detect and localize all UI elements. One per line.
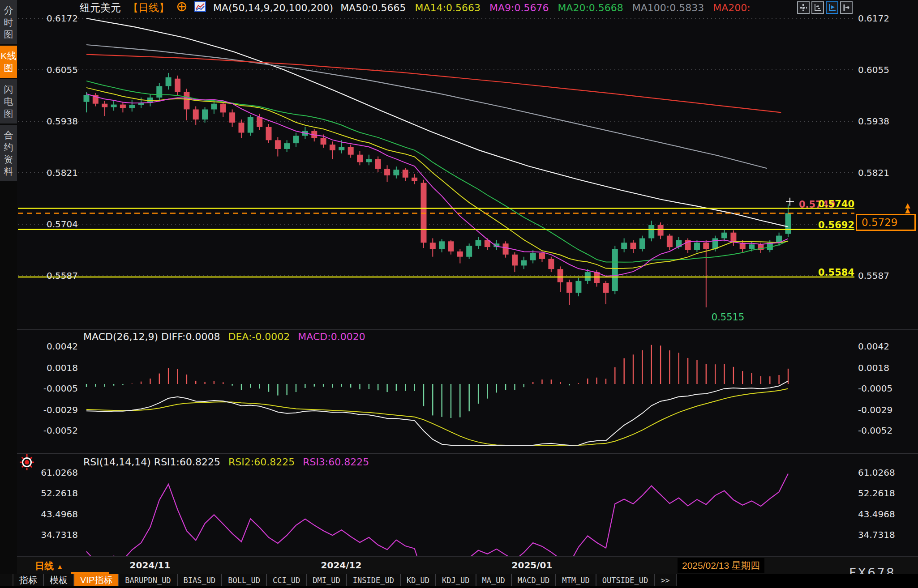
tab-macd_ud[interactable]: MACD_UD (512, 574, 557, 586)
date-tick-0: 2024/11 (130, 560, 171, 571)
chevron-up-icon: ▲ (56, 563, 64, 571)
main-axis-left-3: 0.5821 (17, 167, 78, 178)
macd-axis-left-3: -0.0029 (17, 405, 78, 415)
rsi-header-part-2: RSI3:60.8225 (303, 456, 369, 468)
shift-bar-icon[interactable] (840, 1, 853, 14)
ma-value-label-0: MA50:0.5665 (340, 2, 406, 13)
period-selector-label: 日线 (35, 561, 54, 571)
indicator-image-icon[interactable] (194, 1, 206, 14)
tab-ma_ud[interactable]: MA_UD (476, 574, 512, 586)
tab-kdj_ud[interactable]: KDJ_UD (436, 574, 476, 586)
rsi-axis-left-2: 43.4968 (17, 509, 78, 520)
trading-app-window: 分时图K线图闪电图合约资料 纽元美元 【日线】 MA(50,14,9,20,10… (0, 0, 918, 588)
main-axis-left-2: 0.5938 (17, 116, 78, 127)
indicator-tab-bar: 指标模板VIP指标BARUPDN_UDBIAS_UDBOLL_UDCCI_UDD… (0, 574, 918, 588)
rsi-header-part-1: RSI2:60.8225 (228, 456, 295, 468)
macd-axis-left-2: -0.0005 (17, 383, 78, 394)
sidebar-item-0[interactable]: 分时图 (0, 0, 17, 44)
tab->>[interactable]: >> (655, 574, 676, 586)
date-tick-2: 2025/01 (512, 560, 553, 571)
macd-axis-right-2: -0.0005 (858, 383, 892, 394)
tab-kd_ud[interactable]: KD_UD (401, 574, 436, 586)
alert-burst-icon[interactable] (19, 454, 35, 473)
tab-1[interactable]: 模板 (44, 574, 74, 586)
rsi-axis-left-1: 52.2618 (17, 488, 78, 499)
time-axis-row: 日线 ▲ 2025/02/13 星期四 2024/112024/122025/0… (17, 556, 918, 575)
ma-value-label-1: MA14:0.5663 (415, 2, 480, 13)
ma-value-label-2: MA9:0.5676 (489, 2, 549, 13)
tab-strip-stub (0, 574, 13, 586)
axis-scale-icon[interactable] (811, 1, 824, 14)
main-axis-left-1: 0.6055 (17, 64, 78, 75)
macd-axis-right-3: -0.0029 (858, 405, 892, 415)
hline-price-label-1: 0.5692 (800, 220, 854, 230)
sidebar-item-3[interactable]: 合约资料 (0, 125, 17, 181)
current-price-box: 0.5729 (856, 214, 916, 231)
ma-values: MA50:0.5665MA14:0.5663MA9:0.5676MA20:0.5… (340, 2, 751, 13)
macd-axis-left-1: 0.0018 (17, 362, 78, 373)
grid-plus-icon[interactable] (797, 1, 810, 14)
sidebar-item-1[interactable]: K线图 (0, 46, 17, 78)
macd-header-part-2: MACD:0.0020 (298, 331, 365, 342)
rsi-axis-right-3: 34.7318 (858, 529, 895, 540)
sidebar-item-2[interactable]: 闪电图 (0, 79, 17, 124)
macd-header: MACD(26,12,9) DIFF:0.0008DEA:-0.0002MACD… (83, 331, 365, 342)
main-axis-right-3: 0.5821 (858, 167, 889, 178)
ma-settings-label: MA(50,14,9,20,100,200) (213, 2, 333, 13)
chart-canvas[interactable] (0, 0, 918, 588)
main-axis-right-1: 0.6055 (858, 64, 889, 75)
tab-mtm_ud[interactable]: MTM_UD (556, 574, 596, 586)
tab-0[interactable]: 指标 (13, 574, 44, 586)
macd-axis-right-0: 0.0042 (858, 341, 889, 352)
tab-outside_ud[interactable]: OUTSIDE_UD (596, 574, 655, 586)
main-axis-left-0: 0.6172 (17, 13, 78, 24)
symbol-title: 纽元美元 (80, 1, 121, 15)
macd-axis-right-1: 0.0018 (858, 362, 889, 373)
macd-header-part-0: MACD(26,12,9) DIFF:0.0008 (83, 331, 220, 342)
tab-inside_ud[interactable]: INSIDE_UD (347, 574, 401, 586)
macd-header-part-1: DEA:-0.0002 (228, 331, 290, 342)
session-low-label: 0.5515 (712, 312, 744, 323)
hline-price-label-2: 0.5584 (800, 267, 854, 278)
ma-value-label-4: MA100:0.5833 (632, 2, 704, 13)
chart-toolbar (797, 1, 853, 14)
period-selector[interactable]: 日线 ▲ (35, 560, 64, 572)
ma-value-label-5: MA200: (713, 2, 750, 13)
rsi-axis-right-2: 43.4968 (858, 509, 895, 520)
rsi-header-part-0: RSI(14,14,14) RSI1:60.8225 (83, 456, 220, 468)
rsi-axis-right-1: 52.2618 (858, 488, 895, 499)
chart-header: 纽元美元 【日线】 MA(50,14,9,20,100,200) MA50:0.… (80, 1, 751, 14)
main-axis-left-4: 0.5704 (17, 219, 78, 230)
macd-axis-left-4: -0.0052 (17, 425, 78, 436)
macd-axis-left-0: 0.0042 (17, 341, 78, 352)
tab-bias_ud[interactable]: BIAS_UD (178, 574, 223, 586)
rsi-header: RSI(14,14,14) RSI1:60.8225RSI2:60.8225RS… (83, 456, 369, 468)
hline-price-label-0: 0.5740 (800, 199, 854, 209)
sidebar: 分时图K线图闪电图合约资料 (0, 0, 17, 588)
main-axis-right-2: 0.5938 (858, 116, 889, 127)
cursor-date-box: 2025/02/13 星期四 (678, 558, 764, 573)
tab-boll_ud[interactable]: BOLL_UD (222, 574, 267, 586)
tab-dmi_ud[interactable]: DMI_UD (307, 574, 347, 586)
rsi-axis-left-3: 34.7318 (17, 529, 78, 540)
main-axis-left-5: 0.5587 (17, 270, 78, 281)
rsi-axis-right-0: 61.0268 (858, 467, 895, 478)
period-tag: 【日线】 (128, 1, 169, 15)
main-axis-right-0: 0.6172 (858, 13, 889, 24)
crosshair-toggle-icon[interactable] (176, 1, 187, 14)
macd-axis-right-4: -0.0052 (858, 425, 892, 436)
date-tick-1: 2024/12 (321, 560, 362, 571)
price-up-arrow-icon: ▲▲ (905, 203, 910, 213)
main-axis-right-4: 0.5587 (858, 270, 889, 281)
ma-value-label-3: MA20:0.5668 (558, 2, 623, 13)
tab-vip[interactable]: VIP指标 (74, 574, 119, 586)
axis-play-icon[interactable] (826, 1, 838, 14)
tab-barupdn_ud[interactable]: BARUPDN_UD (119, 574, 177, 586)
tab-cci_ud[interactable]: CCI_UD (267, 574, 307, 586)
